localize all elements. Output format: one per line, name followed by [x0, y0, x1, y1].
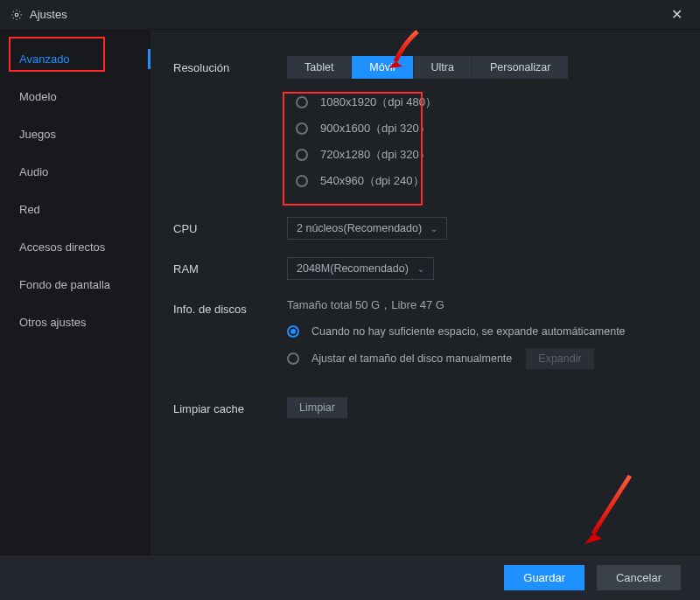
titlebar: Ajustes ✕ — [0, 0, 700, 30]
sidebar-item-label: Otros ajustes — [19, 316, 87, 329]
save-button[interactable]: Guardar — [504, 565, 584, 590]
sidebar-item-juegos[interactable]: Juegos — [0, 115, 150, 153]
sidebar-item-audio[interactable]: Audio — [0, 153, 150, 191]
disk-option-auto[interactable]: Cuando no hay suficiente espacio, se exp… — [287, 325, 677, 338]
tab-movil[interactable]: Móvil — [352, 56, 413, 79]
radio-label: 1080x1920（dpi 480） — [320, 94, 437, 110]
content-pane: Resolución Tablet Móvil Ultra Personaliz… — [150, 30, 700, 555]
radio-icon — [296, 122, 308, 135]
radio-icon — [287, 352, 299, 365]
dropdown-value: 2048M(Recomendado) — [297, 262, 409, 275]
close-icon[interactable]: ✕ — [664, 3, 690, 26]
resolution-tabs: Tablet Móvil Ultra Personalizar — [287, 56, 568, 79]
footer: Guardar Cancelar — [0, 555, 700, 600]
expand-button[interactable]: Expandir — [526, 348, 593, 369]
dropdown-value: 2 núcleos(Recomendado) — [297, 222, 422, 234]
chevron-down-icon: ⌄ — [430, 224, 438, 234]
radio-label: 540x960（dpi 240） — [320, 173, 424, 189]
sidebar-item-red[interactable]: Red — [0, 191, 150, 228]
cpu-dropdown[interactable]: 2 núcleos(Recomendado) ⌄ — [287, 217, 447, 240]
resolution-label: Resolución — [173, 56, 287, 74]
radio-icon — [296, 96, 308, 108]
cache-label: Limpiar cache — [173, 397, 287, 415]
sidebar-item-label: Modelo — [19, 90, 57, 103]
cancel-button[interactable]: Cancelar — [597, 565, 681, 590]
tab-tablet[interactable]: Tablet — [287, 56, 352, 79]
resolution-option-1080[interactable]: 1080x1920（dpi 480） — [296, 89, 559, 115]
radio-icon — [296, 175, 308, 187]
sidebar-item-label: Audio — [19, 165, 48, 178]
ram-label: RAM — [173, 257, 287, 276]
chevron-down-icon: ⌄ — [417, 264, 424, 274]
ram-dropdown[interactable]: 2048M(Recomendado) ⌄ — [287, 257, 434, 280]
radio-label: Cuando no hay suficiente espacio, se exp… — [312, 325, 626, 338]
resolution-option-900[interactable]: 900x1600（dpi 320） — [296, 115, 559, 142]
resolution-option-540[interactable]: 540x960（dpi 240） — [296, 168, 559, 194]
sidebar-item-accesos[interactable]: Accesos directos — [0, 228, 150, 266]
sidebar-item-label: Red — [19, 203, 40, 216]
sidebar-item-label: Avanzado — [19, 52, 70, 66]
sidebar-item-label: Accesos directos — [19, 241, 105, 254]
sidebar-item-label: Juegos — [19, 128, 56, 141]
resolution-option-720[interactable]: 720x1280（dpi 320） — [296, 142, 559, 168]
radio-icon — [296, 149, 308, 161]
resolution-options: 1080x1920（dpi 480） 900x1600（dpi 320） 720… — [287, 84, 568, 199]
tab-personalizar[interactable]: Personalizar — [472, 56, 568, 79]
sidebar: Avanzado Modelo Juegos Audio Red Accesos… — [0, 30, 150, 555]
radio-label: 720x1280（dpi 320） — [320, 147, 430, 163]
gear-icon — [10, 9, 23, 21]
disk-option-manual[interactable]: Ajustar el tamaño del disco manualmente … — [287, 348, 677, 369]
svg-point-0 — [15, 13, 18, 17]
sidebar-item-label: Fondo de pantalla — [19, 278, 110, 291]
window-title: Ajustes — [30, 8, 67, 21]
sidebar-item-avanzado[interactable]: Avanzado — [0, 40, 150, 78]
sidebar-item-fondo[interactable]: Fondo de pantalla — [0, 266, 150, 303]
radio-label: Ajustar el tamaño del disco manualmente — [312, 352, 512, 365]
disk-label: Info. de discos — [173, 297, 287, 316]
clear-cache-button[interactable]: Limpiar — [287, 397, 347, 418]
radio-icon — [287, 325, 299, 338]
sidebar-item-modelo[interactable]: Modelo — [0, 78, 150, 115]
disk-summary: Tamaño total 50 G，Libre 47 G — [287, 297, 677, 313]
cpu-label: CPU — [173, 217, 287, 235]
tab-ultra[interactable]: Ultra — [414, 56, 472, 79]
radio-label: 900x1600（dpi 320） — [320, 121, 430, 136]
sidebar-item-otros[interactable]: Otros ajustes — [0, 303, 150, 341]
